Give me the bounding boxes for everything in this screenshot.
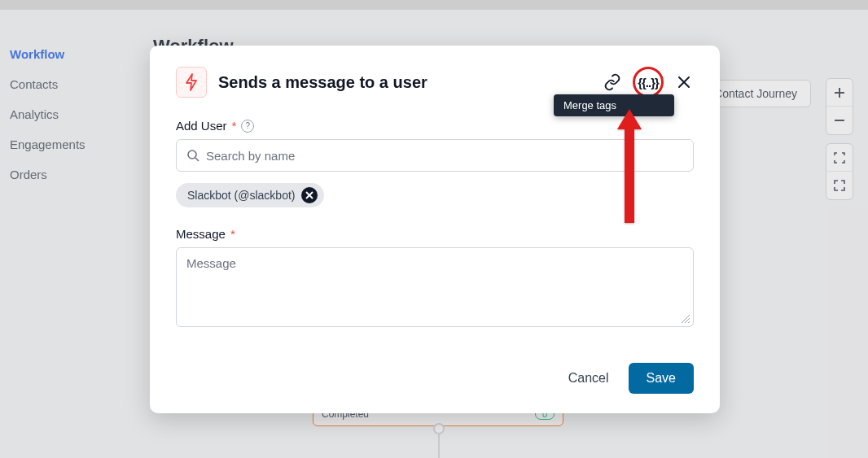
- svg-line-6: [195, 158, 199, 161]
- zoom-controls: [826, 78, 853, 135]
- bolt-icon: [184, 73, 199, 91]
- message-label-text: Message: [176, 227, 226, 241]
- close-icon: [677, 75, 691, 89]
- sidebar-item-engagements[interactable]: Engagements: [10, 129, 138, 159]
- modal-footer: Cancel Save: [176, 363, 694, 394]
- user-search-input[interactable]: [206, 149, 683, 163]
- help-icon[interactable]: ?: [241, 120, 254, 133]
- modal-header: Sends a message to a user {{..}}: [176, 67, 694, 98]
- link-button[interactable]: [603, 72, 622, 92]
- selected-user-chip: Slackbot (@slackbot): [176, 183, 324, 207]
- cancel-button[interactable]: Cancel: [568, 371, 609, 386]
- top-strip: [0, 0, 868, 10]
- sidebar-nav: Workflow Contacts Analytics Engagements …: [0, 10, 138, 190]
- merge-tags-tooltip: Merge tags: [554, 94, 674, 116]
- sidebar-item-contacts[interactable]: Contacts: [10, 69, 138, 99]
- close-button[interactable]: [674, 72, 694, 92]
- modal-header-actions: {{..}}: [603, 72, 694, 92]
- workflow-connector-dot: [433, 423, 445, 434]
- sidebar-item-analytics[interactable]: Analytics: [10, 99, 138, 129]
- message-textarea[interactable]: [177, 248, 693, 323]
- zoom-in-button[interactable]: [826, 79, 853, 107]
- action-icon-box: [176, 67, 207, 98]
- message-label: Message *: [176, 227, 694, 241]
- link-icon: [603, 73, 621, 91]
- add-user-label-text: Add User: [176, 119, 227, 133]
- selected-user-name: Slackbot (@slackbot): [187, 189, 295, 202]
- save-button[interactable]: Save: [629, 363, 694, 394]
- minus-icon: [834, 115, 845, 126]
- add-user-label: Add User * ?: [176, 119, 694, 133]
- fullscreen-button[interactable]: [826, 172, 853, 199]
- modal-title: Sends a message to a user: [218, 73, 591, 92]
- fit-view-button[interactable]: [826, 144, 853, 172]
- merge-tags-button[interactable]: {{..}}: [638, 72, 658, 92]
- remove-user-button[interactable]: [301, 187, 318, 203]
- zoom-out-button[interactable]: [826, 107, 853, 134]
- sidebar-item-workflow[interactable]: Workflow: [10, 39, 138, 69]
- user-search-field[interactable]: [176, 139, 694, 172]
- view-controls: [826, 143, 853, 200]
- required-indicator: *: [230, 227, 235, 241]
- braces-icon: {{..}}: [638, 76, 659, 89]
- sidebar-item-orders[interactable]: Orders: [10, 159, 138, 190]
- corners-out-icon: [834, 152, 845, 164]
- svg-point-5: [188, 150, 196, 159]
- required-indicator: *: [232, 119, 237, 133]
- search-icon: [186, 149, 199, 162]
- message-textarea-wrap: [176, 247, 694, 327]
- expand-icon: [834, 180, 845, 191]
- plus-icon: [834, 87, 845, 98]
- x-icon: [305, 191, 313, 199]
